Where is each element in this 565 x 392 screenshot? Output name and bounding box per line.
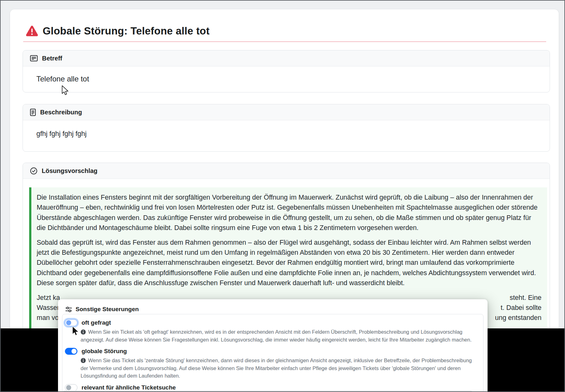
- section-loesungsvorschlag-label: Lösungsvorschlag: [42, 167, 98, 175]
- oft-gefragt-toggle[interactable]: [65, 319, 77, 326]
- dialog-horizontal-scrollbar[interactable]: [63, 390, 472, 392]
- toggle-row-globale-stoerung: globale Störung Wenn Sie das Ticket als …: [65, 348, 477, 380]
- fragment-left: Jetzt ka: [37, 293, 60, 303]
- section-betreff: Betreff Telefone alle tot: [23, 50, 550, 92]
- section-loesungsvorschlag-header: Lösungsvorschlag: [23, 163, 550, 179]
- info-icon: [81, 358, 86, 363]
- info-icon: [81, 329, 86, 335]
- toggle-row-relevant-ticketsuche: relevant für ähnliche Ticketsuche: [65, 384, 477, 391]
- page-title: Globale Störung: Telefone alle tot: [43, 25, 209, 37]
- warning-icon: [26, 25, 38, 37]
- globale-stoerung-label[interactable]: globale Störung: [82, 348, 127, 355]
- section-beschreibung: Beschreibung gfhj fghj fghj fghj: [23, 104, 550, 152]
- file-text-icon: [30, 109, 36, 116]
- solution-paragraph: Sobald das geprüft ist, wird das Fenster…: [37, 238, 541, 288]
- fragment-left: man vo: [37, 313, 59, 323]
- fragment-right: t. Dabei sollte: [501, 303, 541, 313]
- relevant-ticketsuche-label[interactable]: relevant für ähnliche Ticketsuche: [82, 384, 176, 391]
- dialog-title: Sonstige Steuerungen: [76, 306, 139, 313]
- page-title-row: Globale Störung: Telefone alle tot: [26, 25, 209, 37]
- section-betreff-label: Betreff: [42, 55, 62, 62]
- card-text-icon: [30, 55, 38, 61]
- sonstige-steuerungen-dialog: Sonstige Steuerungen oft gefragt Wenn Si…: [58, 299, 488, 392]
- section-beschreibung-label: Beschreibung: [40, 109, 82, 116]
- mouse-cursor-white: [62, 85, 69, 95]
- dialog-header: Sonstige Steuerungen: [62, 305, 483, 314]
- solution-paragraph: Die Installation eines Fensters beginnt …: [37, 192, 541, 233]
- check-circle-icon: [30, 167, 37, 175]
- globale-stoerung-toggle[interactable]: [65, 348, 77, 355]
- oft-gefragt-label[interactable]: oft gefragt: [82, 319, 111, 326]
- sliders-icon: [65, 306, 72, 312]
- ticket-detail-card: Globale Störung: Telefone alle tot Betre…: [10, 9, 559, 332]
- globale-stoerung-description: Wenn Sie das Ticket als 'zentrale Störun…: [65, 357, 477, 380]
- oft-gefragt-description: Wenn Sie ein Ticket als 'oft gefragt' ke…: [65, 328, 477, 343]
- ticket-detail-page: { "page": { "title": "Globale Störung: T…: [0, 0, 565, 392]
- dialog-settings-card: oft gefragt Wenn Sie ein Ticket als 'oft…: [62, 314, 483, 392]
- beschreibung-value: gfhj fghj fghj fghj: [23, 120, 550, 138]
- fragment-right: ung entstanden: [495, 313, 541, 323]
- description-text: Wenn Sie ein Ticket als 'oft gefragt' ke…: [81, 329, 472, 342]
- section-betreff-header: Betreff: [23, 50, 550, 66]
- section-beschreibung-header: Beschreibung: [23, 104, 550, 120]
- relevant-ticketsuche-toggle[interactable]: [65, 384, 77, 391]
- fragment-right: steht. Eine: [510, 293, 541, 303]
- mouse-cursor-black: [72, 326, 79, 336]
- toggle-row-oft-gefragt: oft gefragt Wenn Sie ein Ticket als 'oft…: [65, 319, 477, 343]
- title-divider: [23, 41, 546, 42]
- betreff-value: Telefone alle tot: [23, 66, 550, 83]
- description-text: Wenn Sie das Ticket als 'zentrale Störun…: [81, 358, 472, 379]
